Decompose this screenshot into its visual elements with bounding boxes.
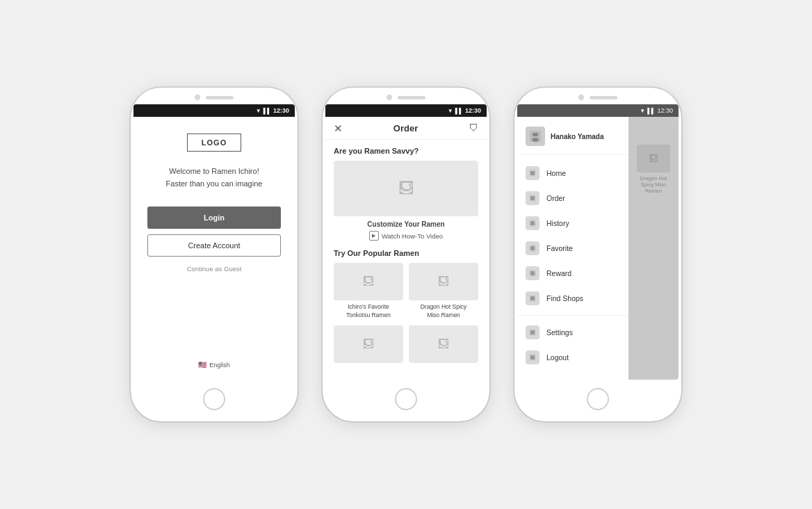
phone-top-bar-1 bbox=[131, 88, 298, 104]
language-row: 🇺🇸 English bbox=[198, 361, 230, 369]
history-menu-label: History bbox=[546, 219, 569, 227]
mockup-container: ▼ ▌▌ 12:30 LOGO Welcome to Ramen Ichiro!… bbox=[103, 60, 709, 449]
status-time-3: 12:30 bbox=[657, 107, 673, 114]
phone-top-bar-2 bbox=[323, 88, 489, 104]
home-button-1[interactable] bbox=[203, 388, 225, 410]
drawer-divider bbox=[517, 315, 628, 316]
svg-rect-10 bbox=[530, 246, 535, 250]
wifi-icon-3: ▼ bbox=[640, 108, 645, 114]
page-behind: ••• ⛾ Dragon Hot Spicy Miso Ramen bbox=[628, 117, 679, 380]
ramen-card-1[interactable]: ⛾ Dragon Hot SpicyMiso Ramen bbox=[409, 263, 478, 320]
logo-box: LOGO bbox=[187, 134, 241, 152]
svg-rect-14 bbox=[530, 296, 535, 300]
behind-ramen-label: Dragon Hot Spicy Miso Ramen bbox=[640, 175, 667, 194]
status-bar-1: ▼ ▌▌ 12:30 bbox=[133, 104, 295, 117]
svg-point-2 bbox=[532, 138, 539, 142]
phone-camera-2 bbox=[387, 95, 392, 100]
home-menu-label: Home bbox=[546, 169, 566, 177]
signal-icon-1: ▌▌ bbox=[263, 108, 271, 114]
phone-screen-2: ▼ ▌▌ 12:30 ✕ Order ⛉ Are you Ramen Savvy… bbox=[325, 104, 487, 380]
play-button-icon: ▶ bbox=[369, 231, 379, 241]
reward-menu-label: Reward bbox=[546, 269, 571, 277]
phone-bottom-bar-1 bbox=[131, 380, 298, 421]
guest-link[interactable]: Continue as Guest bbox=[187, 265, 242, 273]
svg-rect-1 bbox=[533, 133, 538, 136]
menu-item-reward[interactable]: Reward bbox=[517, 261, 628, 286]
order-menu-icon bbox=[526, 191, 539, 205]
phone-screen-3: ▼ ▌▌ 12:30 Hanako Yama bbox=[517, 104, 679, 380]
us-flag-icon: 🇺🇸 bbox=[198, 361, 206, 369]
home-button-3[interactable] bbox=[587, 388, 609, 410]
menu-item-order[interactable]: Order bbox=[517, 186, 628, 211]
home-button-2[interactable] bbox=[395, 388, 417, 410]
phone-bottom-bar-2 bbox=[323, 380, 489, 421]
svg-rect-18 bbox=[530, 355, 535, 359]
svg-rect-16 bbox=[530, 330, 535, 334]
signal-icon-2: ▌▌ bbox=[455, 108, 463, 114]
user-name: Hanako Yamada bbox=[551, 133, 604, 140]
svg-rect-6 bbox=[530, 196, 535, 200]
order-header: ✕ Order ⛉ bbox=[325, 117, 487, 140]
ramen-image-1: ⛾ bbox=[409, 263, 478, 300]
ramen-img-placeholder-0: ⛾ bbox=[363, 275, 374, 288]
phone-drawer: ▼ ▌▌ 12:30 Hanako Yama bbox=[514, 88, 681, 421]
status-time-1: 12:30 bbox=[273, 107, 289, 114]
cart-icon[interactable]: ⛉ bbox=[469, 122, 478, 134]
ramen-image-2: ⛾ bbox=[334, 325, 403, 363]
video-label: Watch How-To Video bbox=[382, 232, 443, 240]
history-menu-icon bbox=[526, 216, 539, 230]
ramen-image-0: ⛾ bbox=[334, 263, 403, 300]
menu-item-logout[interactable]: Logout bbox=[517, 345, 628, 370]
reward-menu-icon bbox=[526, 266, 539, 280]
wifi-icon-2: ▼ bbox=[448, 108, 453, 114]
ramen-card-2[interactable]: ⛾ bbox=[334, 325, 403, 366]
ramen-card-0[interactable]: ⛾ Ichiro's FavoriteTonkotsu Ramen bbox=[334, 263, 403, 320]
settings-menu-label: Settings bbox=[546, 328, 573, 337]
phone-top-bar-3 bbox=[514, 88, 681, 104]
logout-menu-icon bbox=[526, 350, 539, 364]
favorite-menu-label: Favorite bbox=[546, 244, 573, 252]
close-button[interactable]: ✕ bbox=[334, 123, 343, 134]
create-account-button[interactable]: Create Account bbox=[147, 234, 281, 257]
phone-login: ▼ ▌▌ 12:30 LOGO Welcome to Ramen Ichiro!… bbox=[131, 88, 298, 421]
phone-camera-3 bbox=[578, 95, 584, 100]
ramen-card-3[interactable]: ⛾ bbox=[409, 325, 478, 366]
find-shops-menu-label: Find Shops bbox=[546, 294, 583, 302]
menu-item-favorite[interactable]: Favorite bbox=[517, 236, 628, 261]
status-bar-3: ▼ ▌▌ 12:30 bbox=[517, 104, 679, 117]
order-menu-label: Order bbox=[546, 194, 565, 202]
ramen-grid: ⛾ Ichiro's FavoriteTonkotsu Ramen ⛾ Drag… bbox=[334, 263, 478, 366]
user-avatar bbox=[526, 127, 545, 146]
ramen-name-0: Ichiro's FavoriteTonkotsu Ramen bbox=[346, 303, 391, 320]
phone-bottom-bar-3 bbox=[514, 380, 681, 421]
ramen-img-placeholder-1: ⛾ bbox=[438, 275, 449, 288]
wifi-icon-1: ▼ bbox=[256, 108, 261, 114]
menu-item-history[interactable]: History bbox=[517, 211, 628, 236]
drawer-user-section: Hanako Yamada bbox=[517, 117, 628, 155]
video-link[interactable]: ▶ Watch How-To Video bbox=[334, 231, 478, 241]
menu-item-find-shops[interactable]: Find Shops bbox=[517, 286, 628, 311]
phone-order: ▼ ▌▌ 12:30 ✕ Order ⛉ Are you Ramen Savvy… bbox=[323, 88, 489, 421]
hero-image: ⛾ bbox=[334, 161, 478, 216]
login-button[interactable]: Login bbox=[147, 207, 281, 229]
drawer-body: Hanako Yamada Home bbox=[517, 117, 679, 380]
login-screen-body: LOGO Welcome to Ramen Ichiro! Faster tha… bbox=[133, 117, 295, 380]
ramen-img-placeholder-3: ⛾ bbox=[438, 338, 449, 350]
menu-item-home[interactable]: Home bbox=[517, 161, 628, 186]
svg-rect-4 bbox=[530, 171, 535, 175]
order-title: Order bbox=[393, 123, 418, 134]
phone-screen-1: ▼ ▌▌ 12:30 LOGO Welcome to Ramen Ichiro!… bbox=[133, 104, 295, 380]
navigation-drawer: Hanako Yamada Home bbox=[517, 117, 628, 380]
home-menu-icon bbox=[526, 166, 539, 180]
status-time-2: 12:30 bbox=[465, 107, 481, 114]
menu-item-settings[interactable]: Settings bbox=[517, 320, 628, 345]
welcome-text: Welcome to Ramen Ichiro! Faster than you… bbox=[166, 165, 263, 190]
favorite-menu-icon bbox=[526, 241, 539, 255]
svg-rect-12 bbox=[530, 271, 535, 275]
order-body: Are you Ramen Savvy? ⛾ Customize Your Ra… bbox=[325, 140, 487, 380]
ramen-image-3: ⛾ bbox=[409, 325, 478, 363]
status-bar-2: ▼ ▌▌ 12:30 bbox=[325, 104, 487, 117]
behind-ramen-text: ⛾ Dragon Hot Spicy Miso Ramen bbox=[628, 117, 679, 208]
three-dots-icon: ••• bbox=[667, 120, 674, 127]
popular-section-title: Try Our Popular Ramen bbox=[334, 249, 478, 257]
